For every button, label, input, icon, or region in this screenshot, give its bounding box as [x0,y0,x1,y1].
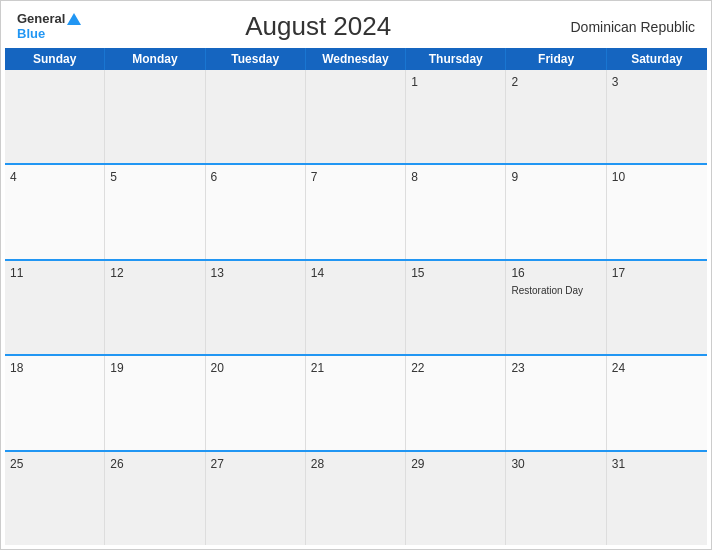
day-cell: 6 [206,165,306,258]
calendar-weeks: 12345678910111213141516Restoration Day17… [5,70,707,545]
day-number: 11 [10,265,99,282]
day-cell: 21 [306,356,406,449]
day-cell [206,70,306,163]
day-cell: 25 [5,452,105,545]
day-number: 7 [311,169,400,186]
day-number: 9 [511,169,600,186]
day-number: 4 [10,169,99,186]
day-header-wednesday: Wednesday [306,48,406,70]
day-cell [306,70,406,163]
day-number: 30 [511,456,600,473]
day-cell: 24 [607,356,707,449]
day-cell: 30 [506,452,606,545]
day-number: 12 [110,265,199,282]
day-cell: 18 [5,356,105,449]
day-header-monday: Monday [105,48,205,70]
day-cell: 2 [506,70,606,163]
day-number: 23 [511,360,600,377]
day-cell: 5 [105,165,205,258]
day-number: 2 [511,74,600,91]
country-name: Dominican Republic [555,19,695,35]
day-cell: 10 [607,165,707,258]
day-number: 10 [612,169,702,186]
week-row-3: 111213141516Restoration Day17 [5,261,707,356]
calendar-header: General Blue August 2024 Dominican Repub… [1,1,711,48]
day-number: 16 [511,265,600,282]
day-cell: 26 [105,452,205,545]
day-cell: 16Restoration Day [506,261,606,354]
day-cell: 28 [306,452,406,545]
day-cell: 8 [406,165,506,258]
day-cell: 15 [406,261,506,354]
day-number: 29 [411,456,500,473]
day-number: 15 [411,265,500,282]
calendar-container: General Blue August 2024 Dominican Repub… [0,0,712,550]
day-number: 14 [311,265,400,282]
day-cell: 17 [607,261,707,354]
week-row-5: 25262728293031 [5,452,707,545]
day-cell: 4 [5,165,105,258]
day-header-saturday: Saturday [607,48,707,70]
day-number: 19 [110,360,199,377]
day-cell: 1 [406,70,506,163]
day-number: 31 [612,456,702,473]
day-number: 5 [110,169,199,186]
day-cell: 23 [506,356,606,449]
day-cell: 29 [406,452,506,545]
logo: General Blue [17,12,81,41]
day-number: 21 [311,360,400,377]
day-cell: 9 [506,165,606,258]
week-row-4: 18192021222324 [5,356,707,451]
week-row-2: 45678910 [5,165,707,260]
day-number: 27 [211,456,300,473]
day-cell: 27 [206,452,306,545]
day-cell: 3 [607,70,707,163]
day-number: 20 [211,360,300,377]
day-cell: 20 [206,356,306,449]
calendar-table: SundayMondayTuesdayWednesdayThursdayFrid… [5,48,707,545]
day-cell: 14 [306,261,406,354]
logo-triangle-icon [67,13,81,25]
day-headers-row: SundayMondayTuesdayWednesdayThursdayFrid… [5,48,707,70]
day-number: 3 [612,74,702,91]
day-number: 28 [311,456,400,473]
week-row-1: 123 [5,70,707,165]
day-cell [105,70,205,163]
calendar-title: August 2024 [81,11,555,42]
day-number: 13 [211,265,300,282]
day-number: 22 [411,360,500,377]
day-cell: 19 [105,356,205,449]
day-cell [5,70,105,163]
day-number: 17 [612,265,702,282]
day-header-tuesday: Tuesday [206,48,306,70]
day-header-friday: Friday [506,48,606,70]
day-cell: 13 [206,261,306,354]
day-number: 26 [110,456,199,473]
day-number: 1 [411,74,500,91]
logo-general-text: General [17,12,65,26]
day-cell: 31 [607,452,707,545]
day-number: 18 [10,360,99,377]
day-cell: 7 [306,165,406,258]
day-cell: 11 [5,261,105,354]
day-header-thursday: Thursday [406,48,506,70]
day-number: 25 [10,456,99,473]
day-cell: 22 [406,356,506,449]
holiday-label: Restoration Day [511,284,600,297]
logo-blue-text: Blue [17,27,45,41]
day-number: 6 [211,169,300,186]
day-header-sunday: Sunday [5,48,105,70]
day-cell: 12 [105,261,205,354]
day-number: 8 [411,169,500,186]
day-number: 24 [612,360,702,377]
